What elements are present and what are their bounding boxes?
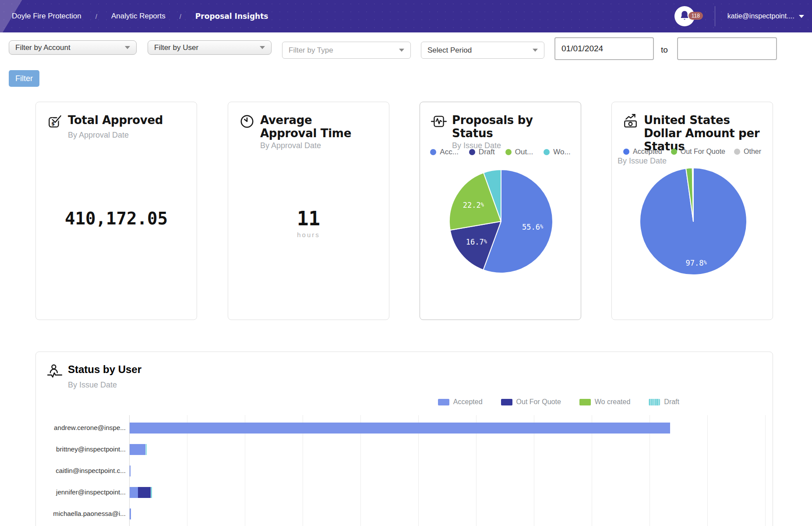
legend-item[interactable]: Draft xyxy=(649,398,679,406)
app-header: Doyle Fire Protection/Analytic Reports/P… xyxy=(0,0,812,32)
bar-row xyxy=(130,466,131,476)
bar-category-label: caitlin@inspectpoint.c... xyxy=(36,467,126,474)
select-period-label: Select Period xyxy=(427,46,472,55)
legend-item[interactable]: Out For Quote xyxy=(501,398,561,406)
legend-label: Accepted xyxy=(453,398,483,406)
bar-segment xyxy=(130,508,131,519)
legend-item[interactable]: Wo created xyxy=(579,398,631,406)
date-from-input[interactable] xyxy=(554,37,654,60)
legend-item[interactable]: Out... xyxy=(505,148,533,156)
legend-swatch xyxy=(671,149,677,155)
bar-category-label: michaella.paonessa@i... xyxy=(36,510,126,517)
card-title: Proposals by Status xyxy=(452,114,575,140)
bar-legend: AcceptedOut For QuoteWo createdDraft xyxy=(438,398,679,406)
chevron-down-icon xyxy=(125,46,130,49)
gridline xyxy=(707,415,708,526)
bar-row xyxy=(130,444,147,455)
legend-item[interactable]: Accepted xyxy=(623,148,662,156)
average-approval-time-unit: hours xyxy=(228,231,389,238)
bar-category-label: jennifer@inspectpoint... xyxy=(36,488,126,496)
filter-button[interactable]: Filter xyxy=(9,70,39,87)
legend-label: Out For Quote xyxy=(681,148,725,156)
card-total-approved: $ Total Approved By Approval Date 410,17… xyxy=(35,102,197,320)
card-subtitle: By Approval Date xyxy=(260,141,389,150)
pie-legend: AcceptedOut For QuoteOther xyxy=(612,148,773,156)
pulse-icon xyxy=(431,114,447,129)
card-subtitle: By Issue Date xyxy=(618,156,773,166)
chevron-down-icon xyxy=(399,49,404,52)
breadcrumb: Doyle Fire Protection/Analytic Reports/P… xyxy=(0,12,268,21)
bar-segment xyxy=(130,423,670,434)
legend-swatch xyxy=(623,149,629,155)
legend-swatch xyxy=(501,399,512,405)
bar-row xyxy=(130,487,152,498)
status-by-user-chart: andrew.cerone@inspe...brittney@inspectpo… xyxy=(36,415,773,526)
card-subtitle: By Approval Date xyxy=(68,131,197,140)
dollar-check-icon: $ xyxy=(47,114,63,129)
bar-row xyxy=(130,423,670,434)
card-average-approval-time: Average Approval Time By Approval Date 1… xyxy=(228,102,389,320)
legend-label: Acc... xyxy=(440,148,459,156)
breadcrumb-item[interactable]: Doyle Fire Protection xyxy=(12,12,81,21)
notifications-button[interactable]: 118 xyxy=(674,6,695,26)
breadcrumb-item[interactable]: Analytic Reports xyxy=(111,12,166,21)
bar-segment xyxy=(130,466,131,476)
legend-item[interactable]: Draft xyxy=(469,148,495,156)
user-menu[interactable]: katie@inspectpoint.... xyxy=(727,12,804,20)
legend-item[interactable]: Wo... xyxy=(544,148,570,156)
legend-item[interactable]: Accepted xyxy=(438,398,483,406)
date-to-input[interactable] xyxy=(677,37,777,60)
user-pulse-icon xyxy=(47,363,63,379)
bar-row xyxy=(130,508,131,519)
filter-by-type-placeholder: Filter by Type xyxy=(289,46,333,55)
card-proposals-by-status: Proposals by Status By Issue Date Acc...… xyxy=(420,102,581,320)
card-usd-amount-per-status: United States Dollar Amount per Status B… xyxy=(611,102,773,320)
chevron-down-icon xyxy=(533,49,538,52)
gridline xyxy=(765,415,766,526)
bar-segment xyxy=(145,444,147,455)
legend-label: Other xyxy=(744,148,761,156)
legend-swatch xyxy=(505,149,512,155)
legend-swatch xyxy=(544,149,550,155)
user-email: katie@inspectpoint.... xyxy=(727,12,794,20)
bar-segment xyxy=(138,487,151,498)
header-divider xyxy=(715,6,715,26)
card-title: United States Dollar Amount per Status xyxy=(644,114,764,153)
pie-legend: Acc...DraftOut...Wo... xyxy=(420,148,581,156)
legend-label: Wo... xyxy=(553,148,570,156)
proposals-by-status-pie: 55.6%16.7%22.2% xyxy=(446,167,556,276)
legend-label: Accepted xyxy=(633,148,662,156)
clock-icon xyxy=(239,114,255,129)
legend-item[interactable]: Other xyxy=(734,148,761,156)
legend-swatch xyxy=(649,399,660,405)
filter-by-account-label: Filter by Account xyxy=(15,43,71,52)
filter-by-account-select[interactable]: Filter by Account xyxy=(9,40,137,55)
legend-item[interactable]: Out For Quote xyxy=(671,148,725,156)
legend-swatch xyxy=(438,399,449,405)
card-title: Average Approval Time xyxy=(260,114,370,140)
legend-label: Draft xyxy=(479,148,495,156)
svg-text:$: $ xyxy=(51,121,55,127)
select-period-select[interactable]: Select Period xyxy=(421,42,544,59)
filter-by-user-select[interactable]: Filter by User xyxy=(148,40,272,55)
breadcrumb-separator: / xyxy=(180,13,181,20)
bar-category-label: brittney@inspectpoint... xyxy=(36,445,126,453)
legend-item[interactable]: Acc... xyxy=(430,148,459,156)
legend-label: Out For Quote xyxy=(516,398,561,406)
filter-by-user-label: Filter by User xyxy=(154,43,198,52)
legend-swatch xyxy=(430,149,436,155)
legend-swatch xyxy=(469,149,475,155)
legend-label: Wo created xyxy=(595,398,631,406)
bar-category-label: andrew.cerone@inspe... xyxy=(36,424,126,431)
legend-swatch xyxy=(734,149,740,155)
legend-label: Out... xyxy=(515,148,533,156)
card-subtitle: By Issue Date xyxy=(68,380,773,390)
breadcrumb-item[interactable]: Proposal Insights xyxy=(195,12,268,21)
usd-per-status-pie: 97.8% xyxy=(639,167,748,276)
date-range-to-label: to xyxy=(661,45,668,55)
card-status-by-user: Status by User By Issue Date AcceptedOut… xyxy=(35,352,773,526)
bar-segment xyxy=(130,487,138,498)
filter-by-type-select[interactable]: Filter by Type xyxy=(282,42,411,59)
legend-swatch xyxy=(579,399,591,405)
money-trend-icon xyxy=(623,114,639,129)
